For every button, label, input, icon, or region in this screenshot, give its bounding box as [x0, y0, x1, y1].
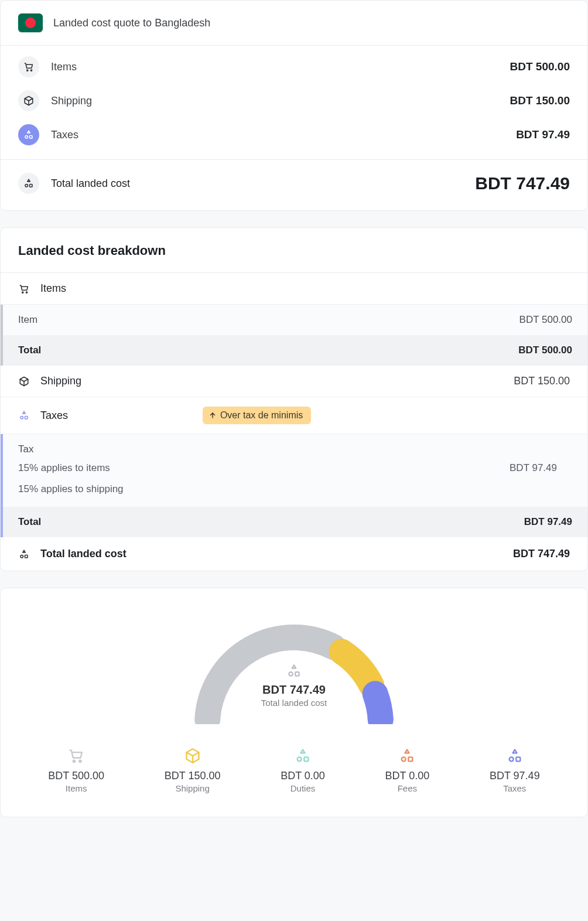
svg-point-16 — [298, 757, 302, 761]
summary-value: BDT 500.00 — [510, 60, 570, 73]
breakdown-card: Landed cost breakdown Items Item BDT 500… — [0, 227, 588, 571]
shapes-icon — [286, 663, 302, 678]
tax-head-row: Tax — [3, 434, 587, 458]
tax-line-value: BDT 97.49 — [510, 462, 572, 474]
total-label: Total landed cost — [51, 178, 130, 190]
legend-icon — [507, 748, 523, 764]
items-total-row: Total BDT 500.00 — [3, 335, 587, 366]
legend-item-taxes: BDT 97.49Taxes — [490, 748, 540, 793]
svg-rect-9 — [25, 417, 28, 419]
breakdown-total-row: Total landed cost BDT 747.49 — [1, 537, 587, 571]
breakdown-total-value: BDT 747.49 — [513, 548, 570, 560]
flag-bangladesh-icon — [18, 13, 43, 32]
legend-value: BDT 150.00 — [165, 770, 221, 782]
legend-item-fees: BDT 0.00Fees — [385, 748, 430, 793]
svg-rect-17 — [304, 757, 308, 761]
section-label: Items — [40, 282, 66, 295]
svg-point-20 — [509, 757, 513, 761]
cart-icon — [18, 283, 30, 295]
gauge-card: BDT 747.49 Total landed cost BDT 500.00I… — [0, 588, 588, 817]
svg-point-4 — [25, 185, 28, 187]
summary-row-items: Items BDT 500.00 — [18, 56, 570, 77]
svg-point-10 — [20, 555, 23, 558]
legend-item-shipping: BDT 150.00Shipping — [165, 748, 221, 793]
svg-point-15 — [79, 760, 81, 763]
summary-rows: Items BDT 500.00 Shipping BDT 150.00 Tax… — [1, 46, 587, 160]
taxes-total-value: BDT 97.49 — [524, 516, 572, 528]
svg-point-14 — [73, 760, 76, 763]
svg-point-8 — [20, 417, 23, 419]
summary-total-row: Total landed cost BDT 747.49 — [1, 160, 587, 210]
summary-label: Taxes — [51, 129, 78, 141]
legend-item-duties: BDT 0.00Duties — [281, 748, 325, 793]
breakdown-section-items: Items — [1, 273, 587, 305]
summary-label: Shipping — [51, 95, 92, 107]
legend-label: Duties — [281, 783, 325, 793]
item-total-value: BDT 500.00 — [518, 344, 572, 356]
svg-point-2 — [25, 136, 28, 139]
taxes-icon — [18, 124, 39, 145]
summary-card: Landed cost quote to Bangladesh Items BD… — [0, 0, 588, 211]
svg-rect-19 — [409, 757, 413, 761]
svg-rect-11 — [25, 555, 28, 558]
gauge-center: BDT 747.49 Total landed cost — [177, 663, 411, 708]
legend-label: Shipping — [165, 783, 221, 793]
legend-item-items: BDT 500.00Items — [48, 748, 104, 793]
total-value: BDT 747.49 — [475, 173, 570, 193]
svg-point-0 — [27, 70, 28, 71]
summary-title: Landed cost quote to Bangladesh — [53, 17, 210, 29]
legend-value: BDT 500.00 — [48, 770, 104, 782]
svg-point-6 — [22, 291, 23, 292]
over-de-minimis-badge: Over tax de minimis — [203, 407, 311, 424]
legend-label: Fees — [385, 783, 430, 793]
breakdown-section-taxes: Taxes Over tax de minimis — [1, 397, 587, 434]
section-label: Taxes — [40, 410, 68, 422]
legend-label: Items — [48, 783, 104, 793]
legend-icon — [399, 748, 415, 764]
item-total-label: Total — [18, 344, 41, 356]
section-label: Shipping — [40, 375, 81, 387]
breakdown-title: Landed cost breakdown — [1, 228, 587, 273]
shipping-value: BDT 150.00 — [514, 375, 570, 387]
gauge-chart: BDT 747.49 Total landed cost — [177, 607, 411, 724]
shapes-icon — [18, 548, 30, 560]
svg-rect-13 — [295, 672, 299, 676]
svg-point-12 — [289, 672, 293, 676]
legend-icon — [184, 748, 201, 764]
badge-text: Over tax de minimis — [220, 410, 303, 421]
arrow-up-icon — [208, 411, 217, 419]
tax-line-label: 15% applies to shipping — [18, 483, 124, 494]
package-icon — [18, 90, 39, 111]
taxes-total-row: Total BDT 97.49 — [3, 507, 587, 537]
package-icon — [18, 376, 30, 387]
gauge-legend: BDT 500.00ItemsBDT 150.00ShippingBDT 0.0… — [18, 748, 570, 793]
legend-value: BDT 97.49 — [490, 770, 540, 782]
taxes-total-label: Total — [18, 516, 41, 528]
summary-header: Landed cost quote to Bangladesh — [1, 1, 587, 46]
taxes-shapes-icon — [18, 410, 30, 421]
items-detail-block: Item BDT 500.00 Total BDT 500.00 — [1, 305, 587, 366]
gauge-center-value: BDT 747.49 — [177, 683, 411, 697]
legend-value: BDT 0.00 — [281, 770, 325, 782]
svg-point-7 — [26, 291, 27, 292]
tax-head-label: Tax — [18, 444, 33, 455]
item-detail-row: Item BDT 500.00 — [3, 305, 587, 335]
shapes-icon — [18, 173, 39, 194]
svg-rect-21 — [516, 757, 520, 761]
summary-row-taxes: Taxes BDT 97.49 — [18, 124, 570, 145]
legend-icon — [295, 748, 311, 764]
summary-row-shipping: Shipping BDT 150.00 — [18, 90, 570, 111]
tax-lines: 15% applies to items BDT 97.49 15% appli… — [3, 458, 587, 507]
legend-icon — [68, 748, 84, 764]
svg-rect-5 — [30, 185, 33, 187]
svg-point-18 — [402, 757, 406, 761]
gauge-center-label: Total landed cost — [177, 698, 411, 708]
cart-icon — [18, 56, 39, 77]
taxes-detail-block: Tax 15% applies to items BDT 97.49 15% a… — [1, 434, 587, 537]
summary-value: BDT 150.00 — [510, 94, 570, 107]
svg-point-1 — [30, 70, 32, 71]
legend-value: BDT 0.00 — [385, 770, 430, 782]
item-value: BDT 500.00 — [519, 314, 572, 326]
summary-label: Items — [51, 61, 77, 73]
breakdown-total-label: Total landed cost — [40, 548, 127, 560]
